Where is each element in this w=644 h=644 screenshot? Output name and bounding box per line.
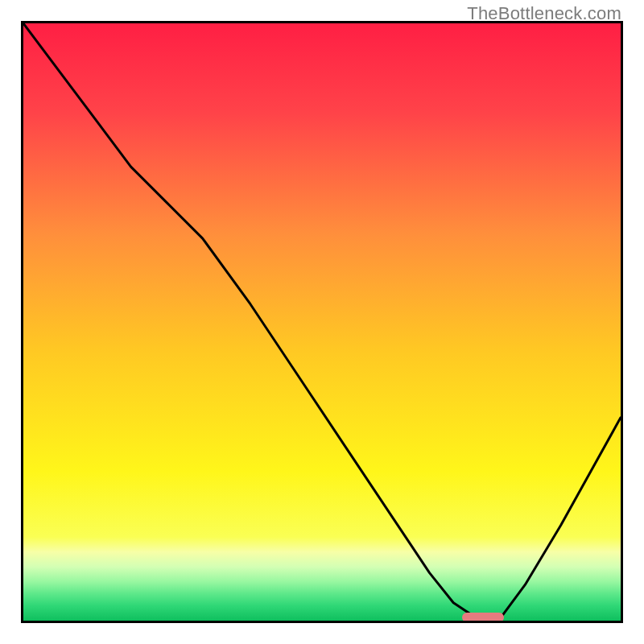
bottleneck-chart: TheBottleneck.com bbox=[0, 0, 644, 644]
plot-area bbox=[21, 21, 623, 623]
bottleneck-curve bbox=[23, 23, 621, 621]
optimal-range-marker bbox=[462, 613, 504, 622]
